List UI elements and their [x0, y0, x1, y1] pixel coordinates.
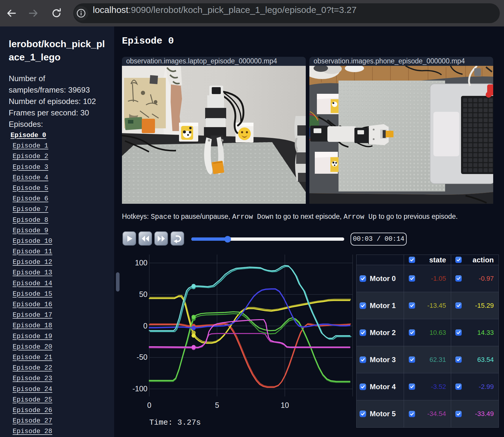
svg-text:-100: -100 — [132, 384, 147, 393]
svg-text:10: 10 — [281, 401, 289, 409]
svg-text:0: 0 — [147, 401, 151, 409]
svg-text:50: 50 — [139, 290, 147, 298]
svg-text:5: 5 — [215, 401, 219, 409]
svg-text:100: 100 — [135, 258, 147, 267]
svg-text:-50: -50 — [137, 353, 147, 361]
svg-text:0: 0 — [143, 322, 147, 330]
